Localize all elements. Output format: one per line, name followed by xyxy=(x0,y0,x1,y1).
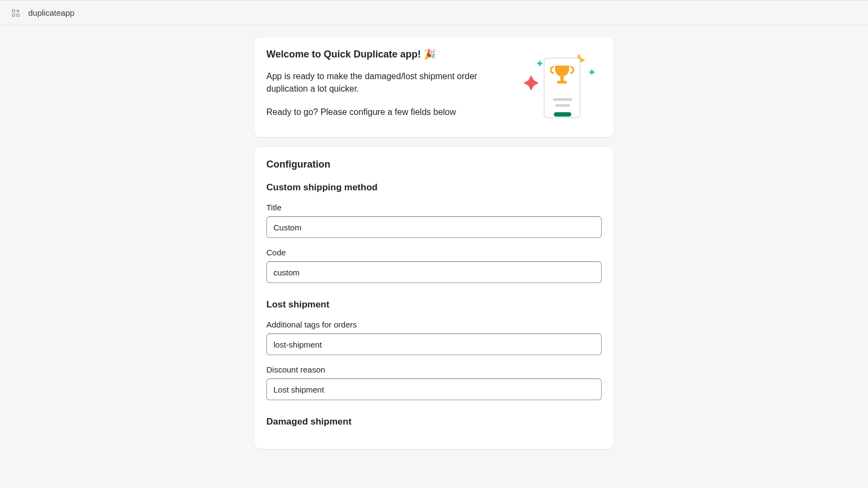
damaged-shipment-heading: Damaged shipment xyxy=(266,416,602,427)
svg-rect-2 xyxy=(17,14,19,16)
lost-shipment-heading: Lost shipment xyxy=(266,299,602,310)
svg-rect-1 xyxy=(12,14,15,16)
shipping-code-label: Code xyxy=(266,248,602,257)
shipping-method-heading: Custom shipping method xyxy=(266,182,602,193)
svg-rect-0 xyxy=(12,9,15,11)
welcome-line-2: Ready to go? Please configure a few fiel… xyxy=(266,106,478,118)
lost-tags-input[interactable] xyxy=(266,333,602,355)
trophy-illustration xyxy=(520,48,602,124)
lost-discount-input[interactable] xyxy=(266,378,602,400)
configuration-heading: Configuration xyxy=(266,159,602,170)
lost-tags-field: Additional tags for orders xyxy=(266,320,602,355)
lost-discount-field: Discount reason xyxy=(266,365,602,400)
shipping-title-label: Title xyxy=(266,203,602,212)
svg-rect-4 xyxy=(560,76,564,81)
svg-rect-5 xyxy=(557,81,567,84)
svg-rect-8 xyxy=(554,112,571,117)
svg-rect-6 xyxy=(553,98,572,101)
welcome-card: Welcome to Quick Duplicate app! 🎉 App is… xyxy=(254,37,614,137)
shipping-title-input[interactable] xyxy=(266,216,602,238)
svg-rect-7 xyxy=(555,104,570,107)
app-blocks-icon xyxy=(12,9,20,17)
shipping-code-input[interactable] xyxy=(266,261,602,283)
welcome-line-1: App is ready to make the damaged/lost sh… xyxy=(266,70,478,95)
app-title: duplicateapp xyxy=(28,8,74,17)
lost-tags-label: Additional tags for orders xyxy=(266,320,602,329)
topbar: duplicateapp xyxy=(0,0,868,25)
lost-discount-label: Discount reason xyxy=(266,365,602,374)
shipping-code-field: Code xyxy=(266,248,602,283)
page-body: Welcome to Quick Duplicate app! 🎉 App is… xyxy=(0,25,868,459)
welcome-heading: Welcome to Quick Duplicate app! 🎉 xyxy=(266,48,478,60)
shipping-title-field: Title xyxy=(266,203,602,238)
configuration-card: Configuration Custom shipping method Tit… xyxy=(254,147,614,449)
